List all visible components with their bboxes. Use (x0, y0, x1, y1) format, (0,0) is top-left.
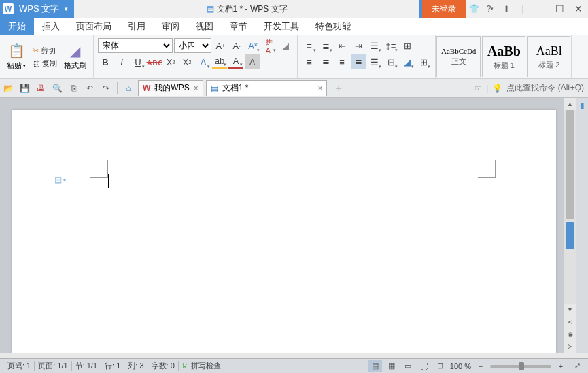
print-button[interactable]: 🖶 (33, 81, 48, 96)
style-heading2[interactable]: AaBl 标题 2 (527, 36, 570, 77)
highlight-button[interactable]: ab (212, 54, 227, 69)
font-name-select[interactable]: 宋体 (98, 38, 173, 53)
browse-object-button[interactable]: ◉ (564, 328, 576, 340)
tip-icon[interactable]: ☞ (474, 84, 482, 93)
line-spacing-button[interactable]: ‡≡ (383, 38, 398, 53)
app-menu-dropdown[interactable]: ▼ (63, 6, 69, 12)
bullets-button[interactable]: ≡ (302, 38, 317, 53)
shading-button[interactable]: ◢ (400, 54, 415, 69)
format-painter-button[interactable]: ◢ 格式刷 (60, 37, 90, 77)
tab-chapter[interactable]: 章节 (222, 18, 256, 35)
close-button[interactable]: ✕ (569, 0, 588, 18)
font-size-select[interactable]: 小四 (174, 38, 211, 53)
scroll-thumb[interactable] (566, 110, 574, 219)
new-tab-button[interactable]: + (331, 81, 346, 96)
style-normal[interactable]: AaBbCcDd 正文 (436, 36, 481, 77)
cut-button[interactable]: ✂剪切 (30, 45, 60, 56)
status-column[interactable]: 列: 3 (124, 361, 148, 371)
phonetic-guide-button[interactable]: 拼A (262, 38, 277, 53)
close-tab-doc1[interactable]: × (317, 84, 322, 93)
scroll-position-indicator[interactable] (566, 222, 574, 249)
tab-developer[interactable]: 开发工具 (256, 18, 307, 35)
maximize-button[interactable]: ☐ (550, 0, 569, 18)
font-color-button[interactable]: A (228, 54, 243, 69)
grow-font-button[interactable]: A+ (213, 38, 228, 53)
status-page[interactable]: 页面: 1/1 (35, 361, 71, 371)
scroll-up-button[interactable]: ▲ (564, 98, 576, 110)
outline-view-button[interactable]: ▦ (385, 360, 398, 372)
bold-button[interactable]: B (98, 54, 113, 69)
fit-page-button[interactable]: ⤢ (570, 360, 584, 372)
undo-button[interactable]: ↶ (82, 81, 97, 96)
prev-page-button[interactable]: ≺ (564, 316, 576, 328)
distribute-button[interactable]: ☰ (367, 54, 382, 69)
align-right-button[interactable]: ≡ (334, 54, 349, 69)
clear-format-button[interactable]: ◢ (278, 38, 293, 53)
tab-review[interactable]: 审阅 (154, 18, 188, 35)
align-center-button[interactable]: ≣ (318, 54, 333, 69)
status-section[interactable]: 节: 1/1 (72, 361, 101, 371)
underline-button[interactable]: U (131, 54, 145, 69)
style-heading1[interactable]: AaBb 标题 1 (482, 36, 525, 77)
fullscreen-button[interactable]: ⛶ (417, 360, 431, 372)
borders-button[interactable]: ⊞ (416, 54, 431, 69)
export-pdf-button[interactable]: ⎘ (66, 81, 81, 96)
help-icon[interactable]: ?▾ (482, 0, 498, 18)
justify-button[interactable]: ≣ (351, 54, 366, 69)
strikethrough-button[interactable]: ᴀʙᴄ (147, 54, 162, 69)
show-marks-button[interactable]: ⊞ (400, 38, 415, 53)
numbering-button[interactable]: ≣ (318, 38, 333, 53)
superscript-button[interactable]: X2 (163, 54, 178, 69)
skin-icon[interactable]: 👕 (466, 0, 482, 18)
increase-indent-button[interactable]: ⇥ (351, 38, 366, 53)
tab-view[interactable]: 视图 (188, 18, 222, 35)
tab-features[interactable]: 特色功能 (307, 18, 359, 35)
vertical-scrollbar[interactable]: ▲ ▼ ≺ ◉ ≻ (564, 98, 576, 353)
login-button[interactable]: 未登录 (422, 0, 466, 18)
minimize-button[interactable]: — (531, 0, 550, 18)
side-panel-toggle[interactable]: ▮ (580, 101, 585, 110)
subscript-button[interactable]: X2 (179, 54, 194, 69)
tab-references[interactable]: 引用 (120, 18, 154, 35)
shrink-font-button[interactable]: A- (229, 38, 244, 53)
tab-start[interactable]: 开始 (0, 18, 34, 35)
document-page[interactable]: ▤▾ (12, 110, 556, 353)
align-left-button[interactable]: ≡ (302, 54, 317, 69)
print-layout-button[interactable]: ▤ (368, 360, 382, 372)
zoom-slider[interactable] (490, 365, 551, 368)
page-options-button[interactable]: ▤▾ (54, 175, 66, 185)
document-viewport[interactable]: ▤▾ (0, 98, 564, 353)
open-button[interactable]: 📂 (1, 81, 16, 96)
text-effects-button[interactable]: A (196, 54, 211, 69)
status-line[interactable]: 行: 1 (101, 361, 124, 371)
next-page-button[interactable]: ≻ (564, 340, 576, 353)
tab-document1[interactable]: ▤ 文档1 * × (206, 80, 328, 96)
zoom-level[interactable]: 100 % (450, 362, 471, 370)
zoom-out-button[interactable]: − (474, 360, 487, 372)
command-search-hint[interactable]: 点此查找命令 (Alt+Q) (506, 82, 584, 94)
asian-layout-button[interactable]: ☰ (367, 38, 382, 53)
web-layout-button[interactable]: ▭ (401, 360, 415, 372)
print-preview-button[interactable]: 🔍 (50, 81, 65, 96)
redo-button[interactable]: ↷ (99, 81, 114, 96)
status-word-count[interactable]: 字数: 0 (148, 361, 179, 371)
italic-button[interactable]: I (114, 54, 129, 69)
zoom-in-button[interactable]: + (554, 360, 568, 372)
change-case-button[interactable]: A* (245, 38, 260, 53)
scroll-track[interactable] (564, 110, 576, 304)
paste-button[interactable]: 📋 粘贴▾ (3, 37, 30, 77)
share-icon[interactable]: ⬆ (498, 0, 515, 18)
save-button[interactable]: 💾 (17, 81, 32, 96)
close-tab-mywps[interactable]: × (194, 84, 198, 93)
copy-button[interactable]: ⿻复制 (30, 58, 60, 69)
home-button[interactable]: ⌂ (121, 81, 136, 96)
tab-stops-button[interactable]: ⊟ (383, 54, 398, 69)
reading-view-button[interactable]: ☰ (352, 360, 366, 372)
tab-page-layout[interactable]: 页面布局 (68, 18, 120, 35)
tab-insert[interactable]: 插入 (34, 18, 68, 35)
character-shading-button[interactable]: A (245, 54, 260, 69)
status-spellcheck[interactable]: ☑ 拼写检查 (179, 361, 224, 371)
scroll-down-button[interactable]: ▼ (564, 304, 576, 316)
zoom-slider-thumb[interactable] (519, 362, 524, 370)
horizontal-scrollbar[interactable] (0, 353, 588, 358)
